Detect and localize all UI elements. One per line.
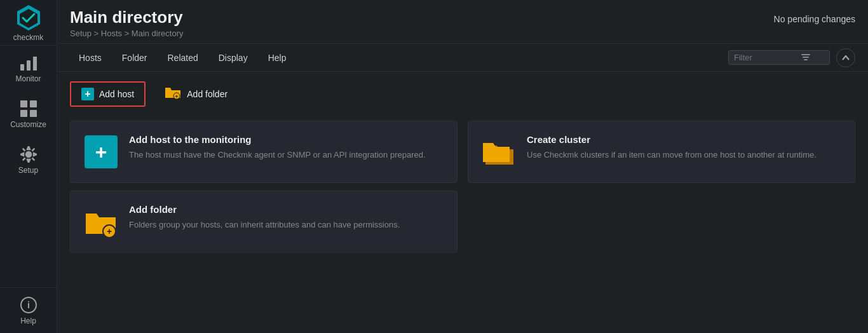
cards-area: + Add host to the monitoring The host mu… — [57, 116, 868, 333]
cards-row-1: + Add host to the monitoring The host mu… — [70, 121, 855, 183]
page-title: Main directory — [70, 8, 183, 27]
card-add-host-icon: + — [83, 134, 119, 170]
page-header: Main directory Setup > Hosts > Main dire… — [57, 0, 868, 44]
add-folder-label: Add folder — [187, 89, 227, 99]
svg-rect-15 — [804, 59, 808, 60]
setup-icon — [20, 146, 37, 163]
svg-rect-13 — [801, 54, 810, 55]
svg-rect-8 — [30, 110, 37, 117]
svg-rect-2 — [20, 64, 24, 71]
filter-input[interactable] — [734, 53, 797, 62]
main-content: Main directory Setup > Hosts > Main dire… — [57, 0, 868, 333]
checkmk-logo-icon — [15, 4, 43, 32]
navbar: Hosts Folder Related Display Help — [57, 44, 868, 72]
card-add-host[interactable]: + Add host to the monitoring The host mu… — [70, 121, 458, 183]
add-host-button[interactable]: + Add host — [70, 81, 146, 107]
card-create-cluster[interactable]: Create cluster Use Checkmk clusters if a… — [468, 121, 855, 183]
svg-rect-14 — [803, 57, 809, 58]
logo[interactable]: checkmk — [0, 0, 57, 46]
add-folder-button[interactable]: + Add folder — [153, 79, 238, 108]
pending-changes: No pending changes — [774, 8, 855, 24]
svg-rect-3 — [27, 60, 31, 71]
card-folder-icon: + — [83, 204, 119, 240]
toolbar: + Add host + Add folder — [57, 72, 868, 116]
help-label: Help — [20, 316, 36, 325]
card-add-host-title: Add host to the monitoring — [129, 134, 426, 145]
svg-text:i: i — [27, 300, 30, 310]
help-icon: i — [20, 296, 37, 314]
svg-rect-6 — [30, 100, 37, 107]
sidebar-item-setup[interactable]: Setup — [0, 137, 57, 183]
sidebar-help[interactable]: i Help — [0, 287, 57, 333]
sidebar-item-monitor[interactable]: Monitor — [0, 46, 57, 92]
collapse-button[interactable] — [836, 48, 855, 67]
add-host-button-icon: + — [81, 88, 94, 100]
card-add-host-desc: The host must have the Checkmk agent or … — [129, 149, 426, 161]
filter-icon — [801, 53, 810, 62]
svg-rect-5 — [20, 100, 27, 107]
svg-text:+: + — [107, 226, 112, 236]
svg-rect-7 — [20, 110, 27, 117]
nav-hosts[interactable]: Hosts — [70, 49, 111, 67]
card-cluster-title: Create cluster — [527, 134, 817, 145]
customize-label: Customize — [10, 120, 46, 129]
cards-row-2: + Add folder Folders group your hosts, c… — [70, 191, 855, 253]
setup-label: Setup — [18, 166, 38, 175]
card-cluster-icon — [481, 134, 517, 170]
card-folder-title: Add folder — [129, 204, 400, 215]
breadcrumb: Setup > Hosts > Main directory — [70, 29, 183, 38]
svg-text:+: + — [175, 93, 179, 99]
customize-icon — [20, 100, 37, 118]
svg-rect-4 — [33, 57, 37, 71]
nav-folder[interactable]: Folder — [113, 49, 156, 67]
nav-related[interactable]: Related — [158, 49, 207, 67]
nav-display[interactable]: Display — [210, 49, 257, 67]
monitor-label: Monitor — [15, 74, 41, 83]
card-add-folder[interactable]: + Add folder Folders group your hosts, c… — [70, 191, 458, 253]
logo-label: checkmk — [13, 33, 43, 42]
add-host-label: Add host — [99, 89, 134, 99]
nav-help[interactable]: Help — [259, 49, 295, 67]
add-folder-icon: + — [164, 85, 182, 102]
sidebar: checkmk Monitor Customize — [0, 0, 57, 333]
filter-wrap[interactable] — [728, 50, 830, 65]
card-folder-desc: Folders group your hosts, can inherit at… — [129, 219, 400, 231]
sidebar-item-customize[interactable]: Customize — [0, 92, 57, 137]
card-cluster-desc: Use Checkmk clusters if an item can move… — [527, 149, 817, 161]
monitor-icon — [20, 54, 37, 72]
